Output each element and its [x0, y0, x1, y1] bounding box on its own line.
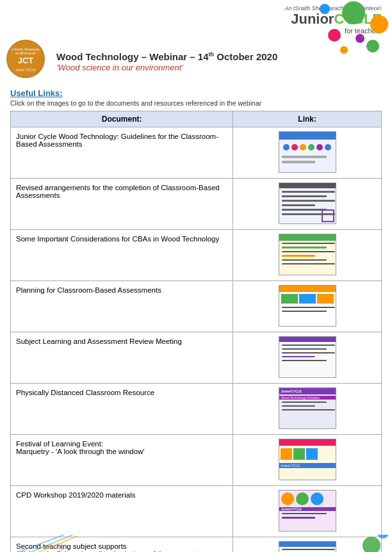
link-cell-4[interactable] [233, 332, 382, 384]
link-cell-2[interactable] [233, 230, 382, 281]
useful-links-title: Useful Links: [10, 88, 382, 98]
link-cell-5[interactable]: JuniorCYCLE Wood Technology Activities [233, 384, 382, 435]
page-subtitle: 'Wood science in our environment' [56, 63, 382, 72]
jct-logo: An tSraith Shóisearach do Mhúinteoirí JC… [6, 40, 50, 83]
doc-cell-4: Subject Learning and Assessment Review M… [11, 332, 233, 384]
col-header-link: Link: [233, 111, 382, 127]
thumbnail-7[interactable]: JuniorCYCLE [279, 490, 336, 532]
table-row: CPD Workshop 2019/2020 materials JuniorC… [11, 486, 382, 537]
doc-cell-6: Festival of Learning Event: Marquetry - … [11, 435, 233, 486]
link-cell-1[interactable] [233, 179, 382, 230]
doc-cell-1: Revised arrangements for the completion … [11, 179, 233, 230]
brand-name: JuniorCYCLE [284, 12, 382, 27]
svg-text:JCT: JCT [18, 56, 34, 65]
link-cell-7[interactable]: JuniorCYCLE [233, 486, 382, 537]
title-section: An tSraith Shóisearach do Mhúinteoirí JC… [0, 37, 392, 87]
useful-links-section: Useful Links: Click on the images to go … [0, 87, 392, 108]
svg-text:do Mhúinteoirí: do Mhúinteoirí [15, 51, 36, 55]
table-row: Revised arrangements for the completion … [11, 179, 382, 230]
table-row: Subject Learning and Assessment Review M… [11, 332, 382, 384]
table-row: Second teaching subject supports (click … [11, 537, 382, 552]
table-row: Some Important Considerations for CBAs i… [11, 230, 382, 281]
doc-cell-7: CPD Workshop 2019/2020 materials [11, 486, 233, 537]
doc-cell-5: Physically Distanced Classroom Resource [11, 384, 233, 435]
resources-table: Document: Link: Junior Cycle Wood Techno… [10, 111, 382, 552]
thumbnail-3[interactable] [279, 285, 336, 327]
link-cell-6[interactable]: JuniorCYCLE [233, 435, 382, 486]
doc-cell-3: Planning for Classroom-Based Assessments [11, 281, 233, 332]
col-header-doc: Document: [11, 111, 233, 127]
doc-cell-0: Junior Cycle Wood Technology: Guidelines… [11, 127, 233, 179]
thumbnail-5[interactable]: JuniorCYCLE Wood Technology Activities [279, 387, 336, 429]
jct-brand: An tSraith Shóisearach do Mhúinteoirí Ju… [284, 5, 382, 35]
page-title-block: Wood Technology – Webinar – 14th October… [56, 51, 382, 73]
svg-text:Junior CYCLE: Junior CYCLE [15, 68, 36, 72]
thumbnail-2[interactable] [279, 234, 336, 275]
brand-for-teachers: for teachers [284, 27, 382, 35]
link-cell-8[interactable] [233, 537, 382, 552]
link-cell-0[interactable] [233, 127, 382, 179]
table-row: Festival of Learning Event: Marquetry - … [11, 435, 382, 486]
table-row: Junior Cycle Wood Technology: Guidelines… [11, 127, 382, 179]
thumbnail-8[interactable] [279, 541, 336, 552]
table-row: Planning for Classroom-Based Assessments [11, 281, 382, 332]
useful-links-subtitle: Click on the images to go to the documen… [10, 99, 382, 107]
thumbnail-4[interactable] [279, 336, 336, 378]
thumbnail-0[interactable] [279, 131, 336, 173]
top-header: An tSraith Shóisearach do Mhúinteoirí Ju… [0, 0, 392, 37]
table-row: Physically Distanced Classroom Resource … [11, 384, 382, 435]
doc-cell-2: Some Important Considerations for CBAs i… [11, 230, 233, 281]
page-title-main: Wood Technology – Webinar – 14th October… [56, 51, 382, 63]
doc-cell-8: Second teaching subject supports (click … [11, 537, 233, 552]
thumbnail-6[interactable]: JuniorCYCLE [279, 439, 336, 480]
link-cell-3[interactable] [233, 281, 382, 332]
thumbnail-1[interactable] [279, 183, 336, 224]
